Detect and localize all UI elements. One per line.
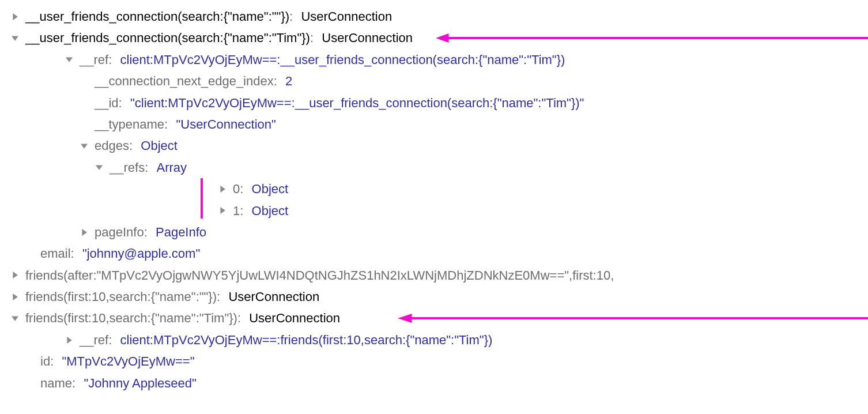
colon: :: [237, 307, 248, 329]
tree-value: Array: [157, 157, 187, 178]
tree-key: 0: [233, 178, 240, 200]
tree-key: __id: [95, 92, 119, 114]
tree-value: "UserConnection": [176, 114, 276, 135]
tree-row[interactable]: __ref : client:MTpVc2VyOjEyMw==:friends(…: [10, 329, 868, 351]
colon: :: [274, 70, 284, 92]
tree-row[interactable]: __id : "client:MTpVc2VyOjEyMw==:__user_f…: [10, 92, 868, 114]
chevron-down-icon[interactable]: [80, 141, 89, 150]
colon: :: [310, 27, 320, 48]
chevron-down-icon[interactable]: [10, 33, 20, 43]
tree-key: __ref: [80, 329, 108, 351]
tree-value: UserConnection: [301, 6, 392, 27]
tree-key: edges: [95, 135, 129, 156]
tree-row[interactable]: friends(first:10,search:{"name":"Tim"}) …: [10, 307, 868, 329]
tree-key: friends(after:"MTpVc2VyOjgwNWY5YjUwLWI4N…: [25, 265, 614, 286]
tree-row[interactable]: friends(first:10,search:{"name":""}) : U…: [10, 286, 868, 307]
colon: :: [50, 351, 61, 372]
tree-key: pageInfo: [95, 221, 144, 243]
tree-row[interactable]: id : "MTpVc2VyOjEyMw==": [10, 351, 868, 372]
colon: :: [145, 157, 155, 178]
tree-key: friends(first:10,search:{"name":""}): [25, 286, 217, 307]
colon: :: [108, 329, 119, 351]
annotation-arrow: [398, 312, 868, 325]
tree-value: "Johnny Appleseed": [84, 372, 196, 394]
annotation-arrow: [436, 32, 868, 44]
tree-row[interactable]: 0 : Object: [10, 178, 868, 200]
tree-value: Object: [252, 200, 289, 221]
tree-row[interactable]: 1 : Object: [10, 200, 868, 221]
chevron-down-icon[interactable]: [10, 314, 20, 323]
colon: :: [108, 49, 119, 70]
tree-key: email: [40, 243, 71, 264]
tree-key: id: [40, 351, 50, 372]
tree-row[interactable]: pageInfo : PageInfo: [10, 221, 868, 243]
svg-marker-3: [398, 314, 412, 323]
colon: :: [119, 92, 129, 114]
colon: :: [240, 178, 250, 200]
chevron-right-icon[interactable]: [65, 336, 74, 345]
tree-value: "johnny@apple.com": [82, 243, 200, 264]
tree-value: "MTpVc2VyOjEyMw==": [62, 351, 194, 372]
chevron-right-icon[interactable]: [80, 228, 89, 237]
tree-value: PageInfo: [156, 221, 206, 243]
svg-marker-1: [436, 33, 449, 43]
chevron-right-icon[interactable]: [10, 270, 20, 280]
tree-key: __connection_next_edge_index: [95, 70, 274, 92]
tree-row[interactable]: email : "johnny@apple.com": [10, 243, 868, 264]
tree-value: client:MTpVc2VyOjEyMw==:friends(first:10…: [120, 329, 493, 351]
tree-key: __typename: [95, 114, 164, 135]
colon: :: [217, 286, 227, 307]
tree-row[interactable]: __refs : Array: [10, 157, 868, 178]
chevron-right-icon[interactable]: [10, 292, 20, 302]
tree-row[interactable]: __connection_next_edge_index : 2: [10, 70, 868, 92]
tree-value: UserConnection: [228, 286, 319, 307]
colon: :: [144, 221, 154, 243]
tree-value: 2: [285, 70, 292, 92]
tree-value: Object: [141, 135, 178, 156]
chevron-down-icon[interactable]: [95, 163, 104, 172]
colon: :: [71, 243, 81, 264]
colon: :: [72, 372, 82, 394]
tree-value: Object: [252, 178, 289, 200]
chevron-right-icon[interactable]: [218, 185, 227, 194]
annotation-vline: [201, 178, 203, 219]
tree-row[interactable]: name : "Johnny Appleseed": [10, 372, 868, 394]
tree-row[interactable]: __typename : "UserConnection": [10, 114, 868, 135]
tree-value: client:MTpVc2VyOjEyMw==:__user_friends_c…: [120, 49, 565, 70]
tree-value: "client:MTpVc2VyOjEyMw==:__user_friends_…: [130, 92, 584, 114]
tree-key: __refs: [110, 157, 145, 178]
colon: :: [129, 135, 139, 156]
chevron-right-icon[interactable]: [218, 206, 227, 215]
tree-key: __user_friends_connection(search:{"name"…: [25, 6, 289, 27]
chevron-right-icon[interactable]: [10, 12, 20, 21]
tree-key: name: [40, 372, 72, 394]
colon: :: [240, 200, 250, 221]
tree-value: UserConnection: [249, 307, 340, 329]
tree-value: UserConnection: [322, 27, 413, 48]
tree-row[interactable]: __user_friends_connection(search:{"name"…: [10, 6, 868, 27]
tree-row[interactable]: friends(after:"MTpVc2VyOjgwNWY5YjUwLWI4N…: [10, 265, 868, 286]
chevron-down-icon[interactable]: [65, 55, 74, 64]
tree-key: friends(first:10,search:{"name":"Tim"}): [25, 307, 237, 329]
tree-row[interactable]: __ref : client:MTpVc2VyOjEyMw==:__user_f…: [10, 49, 868, 70]
tree-row[interactable]: __user_friends_connection(search:{"name"…: [10, 27, 868, 48]
tree-key: 1: [233, 200, 240, 221]
tree-row[interactable]: edges : Object: [10, 135, 868, 156]
tree-key: __ref: [80, 49, 108, 70]
tree-key: __user_friends_connection(search:{"name"…: [25, 27, 310, 48]
colon: :: [289, 6, 300, 27]
colon: :: [164, 114, 175, 135]
